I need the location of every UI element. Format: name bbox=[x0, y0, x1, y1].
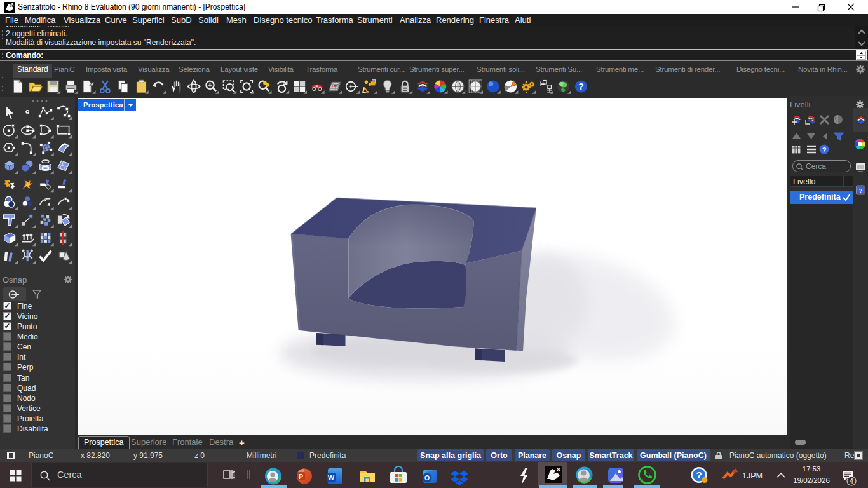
svg-text:P: P bbox=[299, 473, 303, 480]
svg-text:?: ? bbox=[696, 470, 702, 480]
svg-text:19/02/2026: 19/02/2026 bbox=[793, 477, 830, 484]
svg-text:W: W bbox=[328, 474, 334, 482]
svg-text:8: 8 bbox=[11, 3, 14, 7]
svg-text:1JPM: 1JPM bbox=[742, 471, 763, 480]
svg-text:4: 4 bbox=[850, 478, 853, 485]
svg-text:?: ? bbox=[859, 187, 863, 194]
svg-text:17:53: 17:53 bbox=[803, 465, 821, 473]
svg-text:?: ? bbox=[578, 81, 584, 92]
svg-text:O: O bbox=[424, 474, 430, 482]
svg-text:?: ? bbox=[822, 146, 827, 154]
svg-text:8: 8 bbox=[557, 466, 560, 473]
